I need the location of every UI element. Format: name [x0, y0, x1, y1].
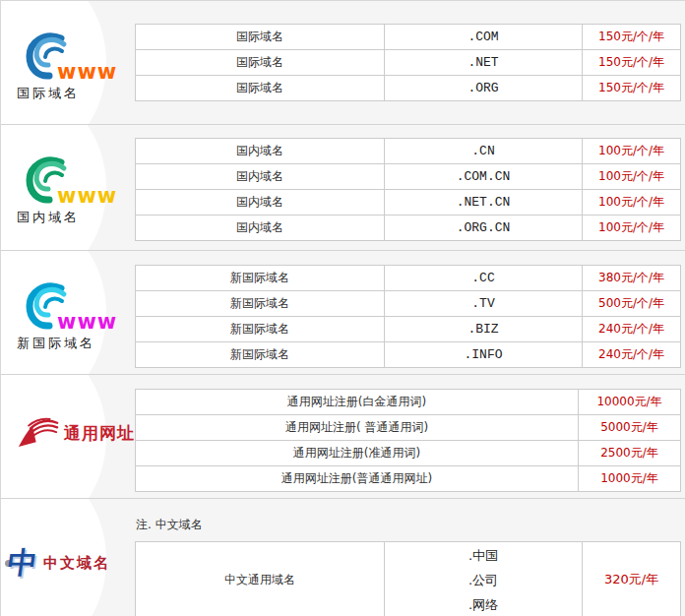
domain-cell: .INFO	[385, 342, 583, 367]
chinese-domains-logo: 中 中文域名	[1, 499, 135, 616]
price-cell: 2500元/年	[579, 441, 680, 465]
category-cell: 新国际域名	[136, 342, 385, 367]
category-cell: 通用网址注册( 普通通用词)	[136, 415, 579, 440]
price-table-domestic: 国内域名 .CN 100元/个/年 国内域名 .COM.CN 100元/个/年 …	[135, 138, 681, 241]
price-cell: 100元/个/年	[583, 164, 680, 189]
table-row: 国内域名 .COM.CN 100元/个/年	[136, 164, 680, 190]
section-label: 新国际域名	[17, 335, 135, 352]
section-domestic-domains: www 国内域名 国内域名 .CN 100元/个/年 国内域名 .COM.CN …	[1, 125, 685, 251]
www-text: www	[57, 184, 117, 206]
table-row: 新国际域名 .TV 500元/个/年	[136, 291, 680, 317]
category-cell: 国内域名	[136, 164, 385, 189]
category-cell: 国内域名	[136, 216, 385, 240]
domain-price-page: www 国际域名 国际域名 .COM 150元/个/年 国际域名 .NET 15…	[0, 0, 685, 616]
chinese-domain-note: 注. 中文域名	[136, 517, 685, 533]
price-cell: 10000元/年	[579, 390, 680, 414]
domain-suffix: .公司	[468, 568, 498, 592]
category-cell: 国际域名	[136, 25, 385, 49]
category-cell: 新国际域名	[136, 266, 385, 290]
category-cell: 国际域名	[136, 50, 385, 75]
category-cell: 国内域名	[136, 190, 385, 215]
price-cell: 240元/个/年	[583, 342, 680, 367]
section-chinese-domains: 中 中文域名 注. 中文域名 中文通用域名 .中国 .公司 .网络 320元/年	[1, 499, 685, 616]
domain-cell: .COM.CN	[385, 164, 583, 189]
domain-suffix-list: .中国 .公司 .网络	[468, 543, 498, 616]
price-cell: 150元/个/年	[583, 50, 680, 75]
category-cell: 新国际域名	[136, 291, 385, 316]
price-cell: 150元/个/年	[583, 25, 680, 49]
category-cell: 通用网址注册(白金通用词)	[136, 390, 579, 414]
table-row: 中文通用域名 .中国 .公司 .网络 320元/年	[136, 542, 680, 616]
domain-cell: .TV	[385, 291, 583, 316]
section-label: 中文域名	[43, 554, 110, 573]
domain-suffix: .中国	[468, 543, 498, 568]
www-text: www	[57, 310, 117, 332]
price-cell: 150元/个/年	[583, 76, 680, 100]
price-table-chinese: 中文通用域名 .中国 .公司 .网络 320元/年	[135, 541, 681, 616]
domain-cell: .ORG	[385, 76, 583, 100]
table-row: 通用网址注册(白金通用词) 10000元/年	[136, 390, 680, 415]
section-generic-url: 通用网址 通用网址注册(白金通用词) 10000元/年 通用网址注册( 普通通用…	[1, 375, 685, 499]
section-label: 国内域名	[17, 209, 135, 226]
domain-cell: .中国 .公司 .网络	[385, 542, 583, 616]
generic-url-logo: 通用网址	[1, 375, 135, 498]
www-swirl-icon: www	[25, 31, 143, 82]
table-row: 通用网址注册(普通通用网址) 1000元/年	[136, 466, 680, 491]
category-cell: 新国际域名	[136, 317, 385, 341]
price-table-international: 国际域名 .COM 150元/个/年 国际域名 .NET 150元/个/年 国际…	[135, 24, 681, 101]
www-text: www	[57, 60, 117, 82]
price-cell: 1000元/年	[579, 466, 680, 491]
category-cell: 通用网址注册(准通用词)	[136, 441, 579, 465]
price-cell: 320元/年	[583, 542, 680, 616]
flag-arrow-icon	[17, 416, 59, 450]
new-international-domains-logo: www 新国际域名	[1, 251, 135, 374]
zhong-glyph-icon: 中	[6, 548, 39, 578]
section-international-domains: www 国际域名 国际域名 .COM 150元/个/年 国际域名 .NET 15…	[1, 1, 685, 125]
category-cell: 通用网址注册(普通通用网址)	[136, 466, 579, 491]
section-label: 通用网址	[64, 422, 135, 445]
category-cell: 国际域名	[136, 76, 385, 100]
domain-cell: .ORG.CN	[385, 216, 583, 240]
price-cell: 380元/个/年	[583, 266, 680, 290]
domain-suffix: .网络	[468, 592, 498, 616]
table-row: 国际域名 .NET 150元/个/年	[136, 50, 680, 76]
www-swirl-icon: www	[25, 154, 143, 206]
table-row: 国际域名 .ORG 150元/个/年	[136, 76, 680, 100]
table-row: 通用网址注册(准通用词) 2500元/年	[136, 441, 680, 466]
price-table-new-international: 新国际域名 .CC 380元/个/年 新国际域名 .TV 500元/个/年 新国…	[135, 265, 681, 368]
domain-cell: .BIZ	[385, 317, 583, 341]
table-row: 国际域名 .COM 150元/个/年	[136, 25, 680, 50]
price-cell: 500元/个/年	[583, 291, 680, 316]
international-domains-logo: www 国际域名	[1, 1, 135, 124]
section-label: 国际域名	[17, 85, 135, 102]
domain-cell: .CC	[385, 266, 583, 290]
domain-cell: .NET.CN	[385, 190, 583, 215]
table-row: 国内域名 .NET.CN 100元/个/年	[136, 190, 680, 216]
price-cell: 240元/个/年	[583, 317, 680, 341]
category-cell: 中文通用域名	[136, 542, 385, 616]
price-cell: 5000元/年	[579, 415, 680, 440]
domain-cell: .COM	[385, 25, 583, 49]
table-row: 新国际域名 .CC 380元/个/年	[136, 266, 680, 291]
price-cell: 100元/个/年	[583, 216, 680, 240]
domain-cell: .NET	[385, 50, 583, 75]
table-row: 国内域名 .CN 100元/个/年	[136, 139, 680, 164]
table-row: 国内域名 .ORG.CN 100元/个/年	[136, 216, 680, 240]
price-cell: 100元/个/年	[583, 190, 680, 215]
table-row: 通用网址注册( 普通通用词) 5000元/年	[136, 415, 680, 441]
price-cell: 100元/个/年	[583, 139, 680, 163]
www-swirl-icon: www	[25, 280, 143, 332]
price-table-generic-url: 通用网址注册(白金通用词) 10000元/年 通用网址注册( 普通通用词) 50…	[135, 389, 681, 492]
table-row: 新国际域名 .BIZ 240元/个/年	[136, 317, 680, 342]
section-new-international-domains: www 新国际域名 新国际域名 .CC 380元/个/年 新国际域名 .TV 5…	[1, 251, 685, 375]
table-row: 新国际域名 .INFO 240元/个/年	[136, 342, 680, 367]
category-cell: 国内域名	[136, 139, 385, 163]
domestic-domains-logo: www 国内域名	[1, 125, 135, 250]
domain-cell: .CN	[385, 139, 583, 163]
